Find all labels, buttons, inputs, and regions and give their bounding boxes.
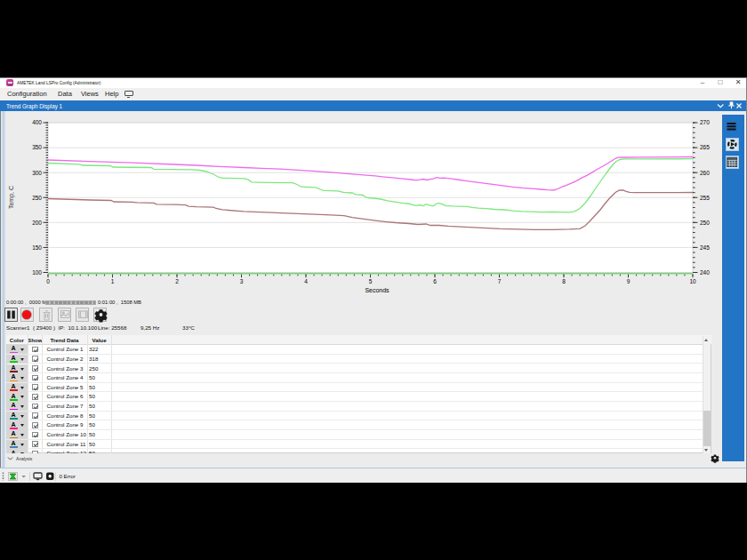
svg-text:6: 6 xyxy=(433,278,437,284)
svg-text:255: 255 xyxy=(700,195,710,201)
svg-text:0: 0 xyxy=(46,278,50,284)
svg-text:3: 3 xyxy=(240,278,244,284)
svg-text:270: 270 xyxy=(700,119,710,125)
svg-text:200: 200 xyxy=(32,220,42,226)
svg-text:250: 250 xyxy=(700,220,710,226)
svg-text:9: 9 xyxy=(627,278,631,284)
svg-text:300: 300 xyxy=(32,170,42,176)
svg-text:350: 350 xyxy=(32,144,42,150)
svg-text:150: 150 xyxy=(32,244,42,251)
svg-text:7: 7 xyxy=(498,278,502,284)
svg-text:4: 4 xyxy=(304,278,308,284)
svg-text:245: 245 xyxy=(700,244,710,251)
svg-text:240: 240 xyxy=(700,269,710,276)
svg-text:100: 100 xyxy=(32,269,42,276)
svg-text:1: 1 xyxy=(111,278,115,284)
svg-text:10: 10 xyxy=(689,278,696,284)
svg-text:265: 265 xyxy=(700,144,710,150)
svg-text:2: 2 xyxy=(175,278,179,284)
svg-text:8: 8 xyxy=(562,278,566,284)
svg-text:250: 250 xyxy=(32,195,42,201)
svg-text:400: 400 xyxy=(32,119,42,125)
svg-text:5: 5 xyxy=(369,278,373,284)
svg-text:Seconds: Seconds xyxy=(365,287,390,293)
svg-text:Temp, C: Temp, C xyxy=(8,186,15,209)
svg-text:260: 260 xyxy=(700,170,710,176)
